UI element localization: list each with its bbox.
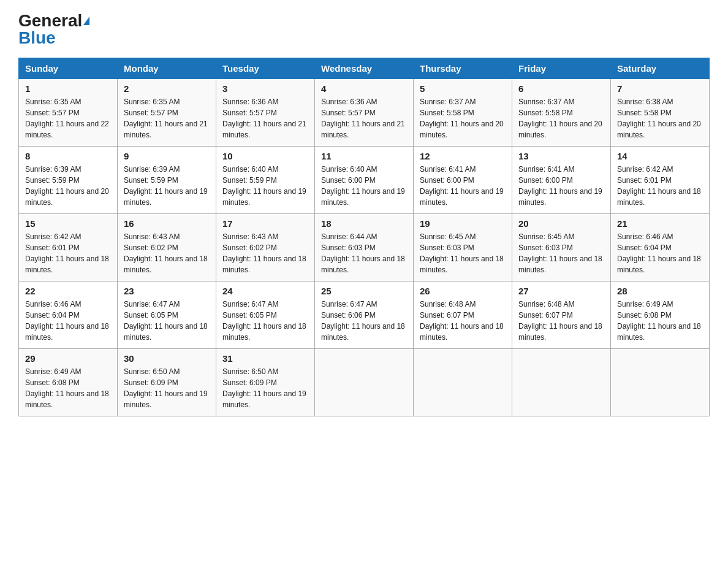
calendar-body: 1 Sunrise: 6:35 AMSunset: 5:57 PMDayligh… bbox=[19, 79, 710, 416]
day-info: Sunrise: 6:40 AMSunset: 6:00 PMDaylight:… bbox=[321, 165, 405, 207]
calendar-header-row: SundayMondayTuesdayWednesdayThursdayFrid… bbox=[19, 58, 710, 79]
weekday-header-sunday: Sunday bbox=[19, 58, 118, 79]
day-info: Sunrise: 6:47 AMSunset: 6:05 PMDaylight:… bbox=[124, 300, 208, 342]
day-number: 3 bbox=[222, 83, 308, 94]
day-info: Sunrise: 6:45 AMSunset: 6:03 PMDaylight:… bbox=[518, 232, 602, 274]
calendar-cell: 27 Sunrise: 6:48 AMSunset: 6:07 PMDaylig… bbox=[512, 282, 611, 349]
calendar-cell: 4 Sunrise: 6:36 AMSunset: 5:57 PMDayligh… bbox=[315, 79, 414, 147]
calendar-table: SundayMondayTuesdayWednesdayThursdayFrid… bbox=[18, 58, 710, 416]
calendar-cell: 25 Sunrise: 6:47 AMSunset: 6:06 PMDaylig… bbox=[315, 282, 414, 349]
day-info: Sunrise: 6:42 AMSunset: 6:01 PMDaylight:… bbox=[617, 165, 701, 207]
calendar-cell: 10 Sunrise: 6:40 AMSunset: 5:59 PMDaylig… bbox=[216, 147, 315, 214]
logo-blue: Blue bbox=[18, 29, 56, 47]
day-number: 18 bbox=[321, 218, 407, 229]
day-number: 1 bbox=[25, 83, 111, 94]
day-number: 28 bbox=[617, 286, 703, 296]
day-number: 31 bbox=[222, 353, 308, 364]
day-info: Sunrise: 6:48 AMSunset: 6:07 PMDaylight:… bbox=[420, 300, 504, 342]
calendar-cell: 21 Sunrise: 6:46 AMSunset: 6:04 PMDaylig… bbox=[611, 214, 710, 282]
day-number: 13 bbox=[518, 151, 604, 161]
day-number: 5 bbox=[420, 83, 506, 94]
day-info: Sunrise: 6:42 AMSunset: 6:01 PMDaylight:… bbox=[25, 232, 109, 274]
day-info: Sunrise: 6:50 AMSunset: 6:09 PMDaylight:… bbox=[124, 367, 208, 409]
calendar-cell: 29 Sunrise: 6:49 AMSunset: 6:08 PMDaylig… bbox=[19, 349, 118, 416]
calendar-cell: 31 Sunrise: 6:50 AMSunset: 6:09 PMDaylig… bbox=[216, 349, 315, 416]
day-number: 15 bbox=[25, 218, 111, 229]
calendar-cell: 18 Sunrise: 6:44 AMSunset: 6:03 PMDaylig… bbox=[315, 214, 414, 282]
day-number: 8 bbox=[25, 151, 111, 161]
weekday-header-monday: Monday bbox=[118, 58, 216, 79]
calendar-cell: 7 Sunrise: 6:38 AMSunset: 5:58 PMDayligh… bbox=[611, 79, 710, 147]
page-header: General Blue bbox=[18, 12, 710, 47]
calendar-cell: 26 Sunrise: 6:48 AMSunset: 6:07 PMDaylig… bbox=[414, 282, 512, 349]
calendar-cell: 19 Sunrise: 6:45 AMSunset: 6:03 PMDaylig… bbox=[414, 214, 512, 282]
day-number: 25 bbox=[321, 286, 407, 296]
day-info: Sunrise: 6:41 AMSunset: 6:00 PMDaylight:… bbox=[518, 165, 602, 207]
day-info: Sunrise: 6:49 AMSunset: 6:08 PMDaylight:… bbox=[25, 367, 109, 409]
calendar-cell: 11 Sunrise: 6:40 AMSunset: 6:00 PMDaylig… bbox=[315, 147, 414, 214]
calendar-cell: 17 Sunrise: 6:43 AMSunset: 6:02 PMDaylig… bbox=[216, 214, 315, 282]
day-number: 2 bbox=[124, 83, 210, 94]
day-number: 22 bbox=[25, 286, 111, 296]
calendar-cell: 9 Sunrise: 6:39 AMSunset: 5:59 PMDayligh… bbox=[118, 147, 216, 214]
day-number: 10 bbox=[222, 151, 308, 161]
day-number: 14 bbox=[617, 151, 703, 161]
day-number: 21 bbox=[617, 218, 703, 229]
day-number: 24 bbox=[222, 286, 308, 296]
calendar-cell: 16 Sunrise: 6:43 AMSunset: 6:02 PMDaylig… bbox=[118, 214, 216, 282]
calendar-cell bbox=[315, 349, 414, 416]
calendar-cell: 30 Sunrise: 6:50 AMSunset: 6:09 PMDaylig… bbox=[118, 349, 216, 416]
calendar-week-row: 29 Sunrise: 6:49 AMSunset: 6:08 PMDaylig… bbox=[19, 349, 710, 416]
day-info: Sunrise: 6:41 AMSunset: 6:00 PMDaylight:… bbox=[420, 165, 504, 207]
day-info: Sunrise: 6:35 AMSunset: 5:57 PMDaylight:… bbox=[25, 98, 109, 139]
calendar-week-row: 22 Sunrise: 6:46 AMSunset: 6:04 PMDaylig… bbox=[19, 282, 710, 349]
calendar-cell: 15 Sunrise: 6:42 AMSunset: 6:01 PMDaylig… bbox=[19, 214, 118, 282]
day-info: Sunrise: 6:37 AMSunset: 5:58 PMDaylight:… bbox=[420, 98, 504, 139]
calendar-week-row: 15 Sunrise: 6:42 AMSunset: 6:01 PMDaylig… bbox=[19, 214, 710, 282]
day-number: 27 bbox=[518, 286, 604, 296]
day-info: Sunrise: 6:39 AMSunset: 5:59 PMDaylight:… bbox=[25, 165, 109, 207]
calendar-cell: 14 Sunrise: 6:42 AMSunset: 6:01 PMDaylig… bbox=[611, 147, 710, 214]
calendar-cell: 1 Sunrise: 6:35 AMSunset: 5:57 PMDayligh… bbox=[19, 79, 118, 147]
day-info: Sunrise: 6:46 AMSunset: 6:04 PMDaylight:… bbox=[617, 232, 701, 274]
weekday-header-saturday: Saturday bbox=[611, 58, 710, 79]
day-number: 30 bbox=[124, 353, 210, 364]
day-number: 17 bbox=[222, 218, 308, 229]
logo-triangle-icon bbox=[83, 17, 89, 25]
weekday-header-tuesday: Tuesday bbox=[216, 58, 315, 79]
calendar-cell: 22 Sunrise: 6:46 AMSunset: 6:04 PMDaylig… bbox=[19, 282, 118, 349]
weekday-header-wednesday: Wednesday bbox=[315, 58, 414, 79]
calendar-cell: 8 Sunrise: 6:39 AMSunset: 5:59 PMDayligh… bbox=[19, 147, 118, 214]
day-info: Sunrise: 6:46 AMSunset: 6:04 PMDaylight:… bbox=[25, 300, 109, 342]
calendar-cell bbox=[414, 349, 512, 416]
weekday-header-friday: Friday bbox=[512, 58, 611, 79]
day-info: Sunrise: 6:35 AMSunset: 5:57 PMDaylight:… bbox=[124, 98, 208, 139]
day-info: Sunrise: 6:48 AMSunset: 6:07 PMDaylight:… bbox=[518, 300, 602, 342]
calendar-cell: 5 Sunrise: 6:37 AMSunset: 5:58 PMDayligh… bbox=[414, 79, 512, 147]
calendar-cell bbox=[611, 349, 710, 416]
calendar-cell: 2 Sunrise: 6:35 AMSunset: 5:57 PMDayligh… bbox=[118, 79, 216, 147]
day-info: Sunrise: 6:45 AMSunset: 6:03 PMDaylight:… bbox=[420, 232, 504, 274]
day-info: Sunrise: 6:36 AMSunset: 5:57 PMDaylight:… bbox=[222, 98, 306, 139]
day-number: 11 bbox=[321, 151, 407, 161]
calendar-cell: 12 Sunrise: 6:41 AMSunset: 6:00 PMDaylig… bbox=[414, 147, 512, 214]
calendar-cell: 23 Sunrise: 6:47 AMSunset: 6:05 PMDaylig… bbox=[118, 282, 216, 349]
day-info: Sunrise: 6:47 AMSunset: 6:06 PMDaylight:… bbox=[321, 300, 405, 342]
day-info: Sunrise: 6:47 AMSunset: 6:05 PMDaylight:… bbox=[222, 300, 306, 342]
calendar-week-row: 8 Sunrise: 6:39 AMSunset: 5:59 PMDayligh… bbox=[19, 147, 710, 214]
day-info: Sunrise: 6:36 AMSunset: 5:57 PMDaylight:… bbox=[321, 98, 405, 139]
day-number: 4 bbox=[321, 83, 407, 94]
weekday-header-thursday: Thursday bbox=[414, 58, 512, 79]
calendar-week-row: 1 Sunrise: 6:35 AMSunset: 5:57 PMDayligh… bbox=[19, 79, 710, 147]
day-number: 6 bbox=[518, 83, 604, 94]
calendar-cell: 20 Sunrise: 6:45 AMSunset: 6:03 PMDaylig… bbox=[512, 214, 611, 282]
day-number: 16 bbox=[124, 218, 210, 229]
calendar-cell: 13 Sunrise: 6:41 AMSunset: 6:00 PMDaylig… bbox=[512, 147, 611, 214]
day-number: 12 bbox=[420, 151, 506, 161]
day-info: Sunrise: 6:37 AMSunset: 5:58 PMDaylight:… bbox=[518, 98, 602, 139]
day-number: 29 bbox=[25, 353, 111, 364]
day-info: Sunrise: 6:39 AMSunset: 5:59 PMDaylight:… bbox=[124, 165, 208, 207]
day-number: 23 bbox=[124, 286, 210, 296]
calendar-cell: 28 Sunrise: 6:49 AMSunset: 6:08 PMDaylig… bbox=[611, 282, 710, 349]
day-number: 19 bbox=[420, 218, 506, 229]
